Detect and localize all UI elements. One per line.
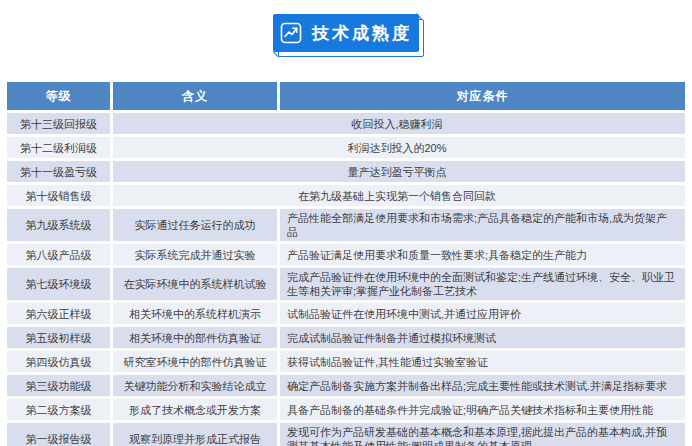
table-row: 第九级系统级 实际通过任务运行的成功 产品性能全部满足使用要求和市场需求;产品具… bbox=[7, 209, 685, 241]
condition-cell: 在第九级基础上实现第一个销售合同回款 bbox=[113, 185, 685, 206]
table-row: 第十一级盈亏级 量产达到盈亏平衡点 bbox=[7, 161, 685, 182]
level-cell: 第十级销售级 bbox=[7, 185, 110, 206]
title-badge: 技术成熟度 bbox=[273, 14, 419, 52]
level-cell: 第十一级盈亏级 bbox=[7, 161, 110, 182]
table-row: 第二级方案级 形成了技术概念或开发方案 具备产品制备的基础条件并完成验证;明确产… bbox=[7, 399, 685, 420]
meaning-cell: 在实际环境中的系统样机试验 bbox=[113, 268, 277, 300]
condition-cell: 完成试制品验证件制备并通过模拟环境测试 bbox=[280, 327, 685, 348]
table-row: 第六级正样级 相关环境中的系统样机演示 试制品验证件在使用环境中测试,并通过应用… bbox=[7, 303, 685, 324]
level-cell: 第七级环境级 bbox=[7, 268, 110, 300]
table-row: 第十二级利润级 利润达到投入的20% bbox=[7, 137, 685, 158]
level-cell: 第四级仿真级 bbox=[7, 351, 110, 372]
condition-cell: 试制品验证件在使用环境中测试,并通过应用评价 bbox=[280, 303, 685, 324]
table-row: 第四级仿真级 研究室环境中的部件仿真验证 获得试制品验证件,其性能通过实验室验证 bbox=[7, 351, 685, 372]
meaning-cell: 相关环境中的部件仿真验证 bbox=[113, 327, 277, 348]
level-cell: 第一级报告级 bbox=[7, 423, 110, 446]
meaning-cell: 观察到原理并形成正式报告 bbox=[113, 423, 277, 446]
table-row: 第七级环境级 在实际环境中的系统样机试验 完成产品验证件在使用环境中的全面测试和… bbox=[7, 268, 685, 300]
level-cell: 第十二级利润级 bbox=[7, 137, 110, 158]
badge-title: 技术成熟度 bbox=[312, 25, 412, 42]
column-header-level: 等级 bbox=[7, 82, 110, 110]
table-header: 等级 含义 对应条件 bbox=[7, 82, 685, 110]
condition-cell: 产品验证满足使用要求和质量一致性要求;具备稳定的生产能力 bbox=[280, 244, 685, 265]
condition-cell: 获得试制品验证件,其性能通过实验室验证 bbox=[280, 351, 685, 372]
meaning-cell: 实际系统完成并通过实验 bbox=[113, 244, 277, 265]
table-row: 第十级销售级 在第九级基础上实现第一个销售合同回款 bbox=[7, 185, 685, 206]
meaning-cell: 形成了技术概念或开发方案 bbox=[113, 399, 277, 420]
page: 技术成熟度 等级 含义 对应条件 第十三级回报级 收回投入,稳赚利润 第十二级利… bbox=[0, 14, 692, 446]
condition-cell: 收回投入,稳赚利润 bbox=[113, 113, 685, 134]
meaning-cell: 研究室环境中的部件仿真验证 bbox=[113, 351, 277, 372]
level-cell: 第三级功能级 bbox=[7, 375, 110, 396]
level-cell: 第八级产品级 bbox=[7, 244, 110, 265]
meaning-cell: 相关环境中的系统样机演示 bbox=[113, 303, 277, 324]
condition-cell: 具备产品制备的基础条件并完成验证;明确产品关键技术指标和主要使用性能 bbox=[280, 399, 685, 420]
badge: 技术成熟度 bbox=[273, 14, 419, 52]
table-row: 第一级报告级 观察到原理并形成正式报告 发现可作为产品研发基础的基本概念和基本原… bbox=[7, 423, 685, 446]
condition-cell: 产品性能全部满足使用要求和市场需求;产品具备稳定的产能和市场,成为货架产品 bbox=[280, 209, 685, 241]
meaning-cell: 关键功能分析和实验结论成立 bbox=[113, 375, 277, 396]
table-body: 第十三级回报级 收回投入,稳赚利润 第十二级利润级 利润达到投入的20% 第十一… bbox=[7, 113, 685, 446]
table-row: 第三级功能级 关键功能分析和实验结论成立 确定产品制备实施方案并制备出样品;完成… bbox=[7, 375, 685, 396]
level-cell: 第十三级回报级 bbox=[7, 113, 110, 134]
trend-up-icon bbox=[280, 22, 302, 44]
condition-cell: 量产达到盈亏平衡点 bbox=[113, 161, 685, 182]
level-cell: 第二级方案级 bbox=[7, 399, 110, 420]
level-cell: 第九级系统级 bbox=[7, 209, 110, 241]
level-cell: 第五级初样级 bbox=[7, 327, 110, 348]
condition-cell: 发现可作为产品研发基础的基本概念和基本原理,据此提出产品的基本构成,并预测其基本… bbox=[280, 423, 685, 446]
meaning-cell: 实际通过任务运行的成功 bbox=[113, 209, 277, 241]
column-header-meaning: 含义 bbox=[113, 82, 277, 110]
level-cell: 第六级正样级 bbox=[7, 303, 110, 324]
condition-cell: 确定产品制备实施方案并制备出样品;完成主要性能或技术测试.并满足指标要求 bbox=[280, 375, 685, 396]
column-header-condition: 对应条件 bbox=[280, 82, 685, 110]
table-row: 第五级初样级 相关环境中的部件仿真验证 完成试制品验证件制备并通过模拟环境测试 bbox=[7, 327, 685, 348]
table-row: 第八级产品级 实际系统完成并通过实验 产品验证满足使用要求和质量一致性要求;具备… bbox=[7, 244, 685, 265]
table-row: 第十三级回报级 收回投入,稳赚利润 bbox=[7, 113, 685, 134]
condition-cell: 利润达到投入的20% bbox=[113, 137, 685, 158]
maturity-table: 等级 含义 对应条件 第十三级回报级 收回投入,稳赚利润 第十二级利润级 利润达… bbox=[7, 82, 685, 446]
condition-cell: 完成产品验证件在使用环境中的全面测试和鉴定;生产线通过环境、安全、职业卫生等相关… bbox=[280, 268, 685, 300]
